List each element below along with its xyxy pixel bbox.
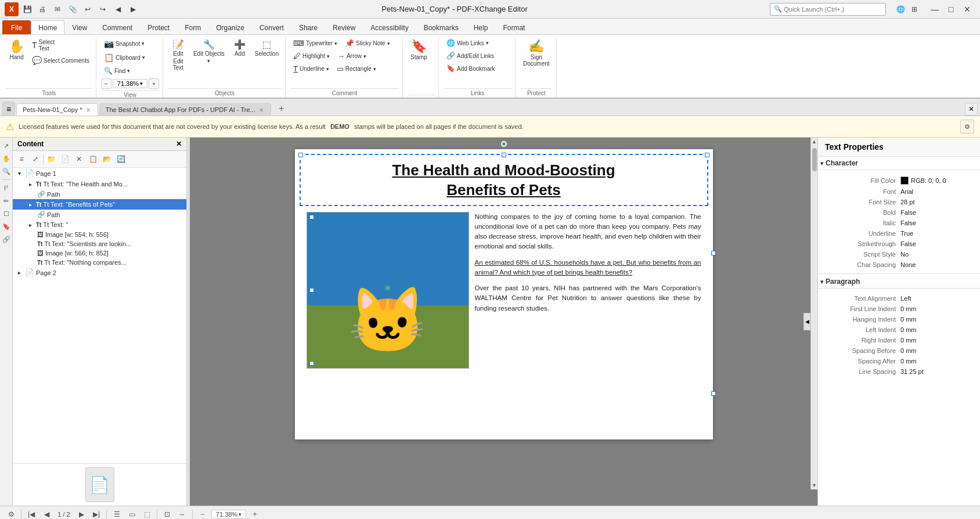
minimize-button[interactable]: — xyxy=(927,3,943,16)
new-tab-button[interactable]: + xyxy=(275,102,289,116)
next-page-button[interactable]: ▶ xyxy=(75,509,88,520)
vtool-annotation[interactable]: ✏ xyxy=(1,195,12,207)
status-settings[interactable]: ⚙ xyxy=(5,509,17,520)
zoom-in-status[interactable]: + xyxy=(248,509,261,520)
edit-text-button[interactable]: 📝 Edit Edit Text xyxy=(168,37,189,73)
vtool-stamp[interactable]: 🔖 xyxy=(1,221,12,232)
maximize-button[interactable]: □ xyxy=(943,3,959,16)
snapshot-button[interactable]: 📷 Snapshot ▾ xyxy=(101,37,147,50)
back-button[interactable]: ◀ xyxy=(111,3,124,16)
save-button[interactable]: 💾 xyxy=(21,3,34,16)
sign-document-button[interactable]: ✍ Sign Document xyxy=(520,37,553,69)
sidebar-tool-page[interactable]: 📄 xyxy=(59,153,71,165)
arrow-dropdown[interactable]: ▾ xyxy=(363,53,366,59)
edit-objects-button[interactable]: 🔧 Edit Objects ▾ xyxy=(190,37,228,66)
add-edit-links-button[interactable]: 🔗 Add/Edit Links xyxy=(444,50,497,62)
arrow-button[interactable]: → Arrow ▾ xyxy=(334,50,369,62)
fit-width-button[interactable]: ↔ xyxy=(176,509,189,520)
tab-comment[interactable]: Comment xyxy=(95,20,140,34)
close-panel-button[interactable]: ✕ xyxy=(965,103,978,116)
select-text-button[interactable]: T Select Text xyxy=(29,37,92,53)
tree-item-text-scientists[interactable]: Tt Tt Text: "Scientists are lookin... xyxy=(13,239,186,248)
undo-button[interactable]: ↩ xyxy=(81,3,94,16)
tree-item-text-nothing[interactable]: Tt Tt Text: "Nothing compares... xyxy=(13,258,186,267)
single-page-button[interactable]: ▭ xyxy=(125,509,138,520)
tab-home[interactable]: Home xyxy=(31,20,64,34)
zoom-dropdown-arrow[interactable]: ▾ xyxy=(140,81,143,86)
sidebar-tool-add[interactable]: 📁 xyxy=(45,153,57,165)
email-button[interactable]: ✉ xyxy=(51,3,64,16)
text-benefits-expand[interactable] xyxy=(26,200,34,208)
sidebar-tool-hamburger[interactable]: ≡ xyxy=(15,153,28,165)
scroll-up-arrow[interactable]: ▲ xyxy=(811,138,818,146)
add-button[interactable]: ➕ Add xyxy=(229,37,250,59)
redo-button[interactable]: ↪ xyxy=(96,3,109,16)
sticky-note-dropdown[interactable]: ▾ xyxy=(387,41,390,46)
forward-button[interactable]: ▶ xyxy=(127,3,139,16)
tree-item-page2[interactable]: 📄 Page 2 xyxy=(13,267,186,278)
tab-view[interactable]: View xyxy=(64,20,95,34)
zoom-out-status[interactable]: − xyxy=(196,509,209,520)
img-handle-ml[interactable] xyxy=(309,288,314,293)
doc-tab-updf[interactable]: The Best AI Chatbot App For PDFs - UPDF … xyxy=(99,103,271,116)
tree-item-image2[interactable]: 🖼 Image [w: 566; h: 852] xyxy=(13,248,186,258)
doc-tab-pets[interactable]: Pets-New-01_Copy * ✕ xyxy=(16,103,98,116)
tree-item-path2[interactable]: 🔗 Path xyxy=(13,210,186,219)
license-settings-button[interactable]: ⚙ xyxy=(960,120,974,134)
img-handle-bl[interactable] xyxy=(309,361,314,366)
tree-item-page1[interactable]: 📄 Page 1 xyxy=(13,168,186,179)
first-page-button[interactable]: |◀ xyxy=(25,509,38,520)
text-handle-br[interactable] xyxy=(711,391,716,396)
panel-expand-button[interactable]: ◀ xyxy=(804,313,810,330)
img-rotation-handle[interactable] xyxy=(385,286,390,290)
app-icon[interactable]: X xyxy=(5,2,19,16)
vtool-select[interactable]: Iᵀ xyxy=(1,182,12,194)
tab-list-button[interactable]: ≡ xyxy=(2,102,15,116)
vtool-link[interactable]: 🔗 xyxy=(1,233,12,245)
text-handle-mr[interactable] xyxy=(711,251,716,255)
close-doc-tab-updf[interactable]: ✕ xyxy=(259,107,264,113)
add-bookmark-button[interactable]: 🔖 Add Bookmark xyxy=(444,63,498,74)
scroll-track[interactable] xyxy=(811,146,817,481)
underline-button[interactable]: T Underline ▾ xyxy=(290,63,332,75)
tab-form[interactable]: Form xyxy=(177,20,208,34)
stamp-button[interactable]: 🔖 Stamp xyxy=(408,37,430,62)
tab-help[interactable]: Help xyxy=(466,20,496,34)
scroll-thumb[interactable] xyxy=(812,148,817,171)
help-launch[interactable]: ⊞ xyxy=(908,3,921,16)
rectangle-dropdown[interactable]: ▾ xyxy=(373,66,376,72)
clipboard-dropdown[interactable]: ▾ xyxy=(142,55,145,60)
character-collapse-arrow[interactable]: ▾ xyxy=(820,160,823,167)
zoom-value-box[interactable]: 71.38% ▾ xyxy=(113,79,147,88)
web-links-button[interactable]: 🌐 Web Links ▾ xyxy=(444,37,492,49)
web-links-dropdown[interactable]: ▾ xyxy=(486,40,489,46)
continuous-view-button[interactable]: ☰ xyxy=(110,509,123,520)
two-page-button[interactable]: ⬚ xyxy=(140,509,153,520)
text-title-expand[interactable] xyxy=(26,180,34,188)
edit-objects-dropdown[interactable]: ▾ xyxy=(207,58,210,64)
color-swatch-black[interactable] xyxy=(900,176,909,185)
find-dropdown[interactable]: ▾ xyxy=(127,68,130,74)
tree-item-text-title[interactable]: Tt Tt Text: "The Health and Mo... xyxy=(13,179,186,189)
tab-accessibility[interactable]: Accessibility xyxy=(363,20,416,34)
tab-share[interactable]: Share xyxy=(291,20,325,34)
vtool-arrow[interactable]: ↗ xyxy=(1,140,12,152)
vtool-pan[interactable]: ✋ xyxy=(1,153,12,164)
select-comments-button[interactable]: 💬 Select Comments xyxy=(29,54,92,67)
fit-page-button[interactable]: ⊡ xyxy=(161,509,174,520)
tab-convert[interactable]: Convert xyxy=(252,20,291,34)
document-canvas[interactable]: The Health and Mood-Boosting Benefits of… xyxy=(190,138,817,506)
rotation-handle[interactable] xyxy=(501,141,507,147)
page1-expand[interactable] xyxy=(15,170,23,178)
selection-button[interactable]: ⬚ Selection xyxy=(252,37,282,59)
language-button[interactable]: 🌐 xyxy=(894,3,907,16)
tab-review[interactable]: Review xyxy=(325,20,363,34)
sidebar-tool-delete[interactable]: ✕ xyxy=(73,153,85,165)
quick-launch-search[interactable]: 🔍 xyxy=(770,3,886,16)
tree-item-text-benefits[interactable]: Tt Tt Text: "Benefits of Pets" xyxy=(13,199,186,210)
sidebar-close-button[interactable]: ✕ xyxy=(176,140,182,148)
doc-vertical-scrollbar[interactable]: ▲ ▼ xyxy=(810,138,817,489)
tab-organize[interactable]: Organize xyxy=(208,20,252,34)
zoom-in-button[interactable]: + xyxy=(149,78,159,89)
sidebar-tool-copy[interactable]: 📋 xyxy=(87,153,99,165)
